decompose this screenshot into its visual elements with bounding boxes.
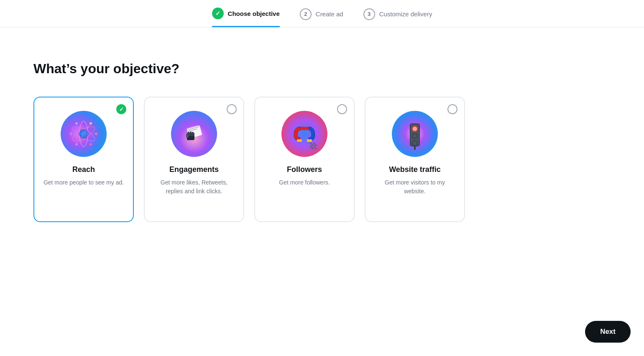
step-circle-3: 3: [363, 8, 375, 20]
objective-card-reach[interactable]: Reach Get more people to see my ad.: [33, 97, 134, 222]
step-customize-delivery[interactable]: 3 Customize delivery: [363, 8, 432, 27]
objective-card-website-traffic[interactable]: Website traffic Get more visitors to my …: [365, 97, 465, 222]
svg-rect-21: [188, 132, 189, 135]
step-circle-1: ✓: [212, 8, 224, 19]
objective-card-followers[interactable]: Followers Get more followers.: [254, 97, 355, 222]
page-title: What’s your objective?: [33, 61, 611, 77]
reach-title: Reach: [72, 165, 95, 174]
reach-description: Get more people to see my ad.: [43, 178, 124, 187]
reach-image: [61, 111, 107, 157]
svg-rect-25: [297, 139, 302, 142]
radio-website-traffic: [447, 104, 457, 114]
svg-point-34: [315, 148, 317, 149]
step-label-1: Choose objective: [228, 10, 280, 17]
svg-point-31: [313, 143, 315, 144]
svg-point-42: [413, 141, 417, 145]
next-button[interactable]: Next: [585, 321, 631, 343]
svg-rect-22: [190, 131, 192, 135]
svg-point-27: [310, 143, 312, 144]
svg-point-9: [90, 143, 92, 146]
reach-icon: [65, 115, 102, 153]
stepper: ✓ Choose objective 2 Create ad 3 Customi…: [0, 0, 644, 28]
step-number-3: 3: [368, 11, 371, 17]
radio-reach: [116, 104, 126, 114]
engagements-icon: [175, 115, 213, 153]
followers-icon: [286, 115, 323, 153]
followers-description: Get more followers.: [279, 178, 330, 187]
step-number-2: 2: [304, 11, 307, 17]
svg-rect-23: [192, 132, 194, 135]
svg-point-29: [310, 146, 312, 148]
followers-title: Followers: [287, 165, 322, 174]
traffic-description: Get more visitors to my website.: [374, 178, 456, 196]
main-content: What’s your objective?: [0, 28, 644, 264]
step-choose-objective[interactable]: ✓ Choose objective: [212, 8, 280, 27]
svg-rect-43: [414, 146, 416, 150]
svg-rect-24: [300, 127, 309, 130]
objective-card-engagements[interactable]: Engagements Get more likes, Retweets, re…: [144, 97, 244, 222]
step-circle-2: 2: [300, 8, 312, 20]
engagements-title: Engagements: [169, 165, 219, 174]
traffic-title: Website traffic: [389, 165, 441, 174]
checkmark-icon: ✓: [215, 10, 220, 17]
step-label-2: Create ad: [316, 10, 343, 18]
engagements-description: Get more likes, Retweets, replies and li…: [153, 178, 235, 196]
step-label-3: Customize delivery: [379, 10, 432, 18]
radio-followers: [337, 104, 347, 114]
svg-rect-26: [307, 139, 312, 142]
radio-engagements: [227, 104, 237, 114]
traffic-image: [392, 111, 438, 157]
svg-point-40: [413, 134, 417, 138]
svg-point-30: [312, 148, 313, 149]
svg-point-38: [413, 127, 417, 131]
engagements-image: [171, 111, 217, 157]
step-create-ad[interactable]: 2 Create ad: [300, 8, 343, 27]
objectives-grid: Reach Get more people to see my ad.: [33, 97, 611, 222]
svg-point-28: [312, 144, 313, 146]
traffic-icon: [396, 115, 434, 153]
followers-image: [281, 111, 327, 157]
svg-point-33: [313, 146, 315, 148]
svg-point-32: [315, 144, 317, 146]
svg-point-10: [76, 123, 78, 125]
